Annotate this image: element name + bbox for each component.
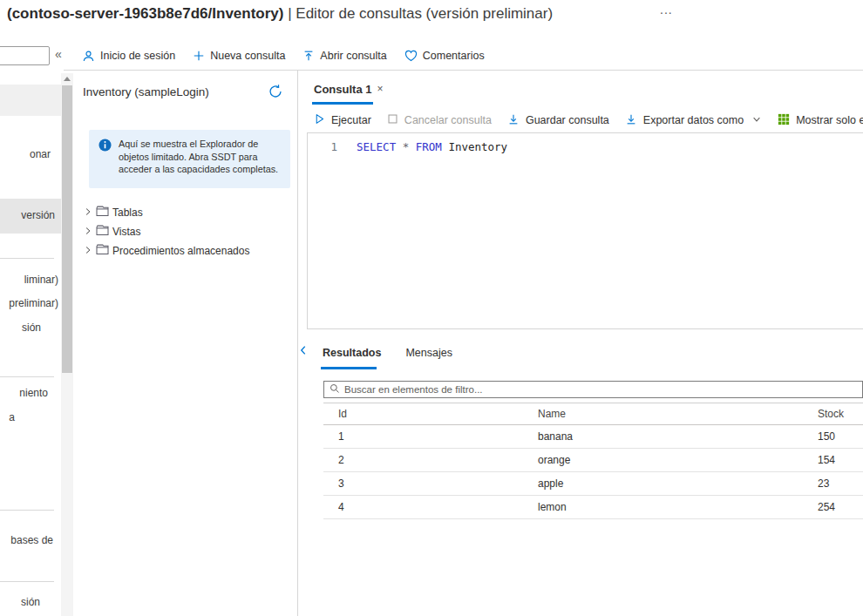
tab-messages[interactable]: Mensajes [405,347,452,359]
page-title-secondary: | Editor de consultas (versión prelimina… [283,5,553,22]
feedback-button[interactable]: Comentarios [399,44,497,68]
search-input[interactable] [0,46,50,65]
editor-only-button[interactable]: Mostrar solo editor [773,110,863,131]
editor-gutter: 1 [308,133,348,328]
info-box: Aquí se muestra el Explorador de objetos… [89,130,290,188]
feedback-label: Comentarios [423,50,485,62]
info-text: Aquí se muestra el Explorador de objetos… [119,138,283,176]
editor-only-label: Mostrar solo editor [796,114,863,126]
query-tab[interactable]: Consulta 1 × [314,78,383,100]
tree-item-label: Procedimientos almacenados [112,245,249,257]
nav-item-selected[interactable]: versión [0,209,61,221]
table-cell: banana [538,430,573,443]
run-label: Ejecutar [331,114,371,126]
nav-item[interactable]: liminar) [0,274,61,286]
open-query-button[interactable]: Abrir consulta [297,44,398,68]
cancel-query-label: Cancelar consulta [404,114,492,126]
tree-item-tables[interactable]: Tablas [84,203,249,222]
chevron-right-icon [84,245,92,257]
info-icon [99,139,112,155]
nav-divider [0,510,54,511]
top-toolbar: « Inicio de sesión Nueva consulta Abrir … [0,42,863,70]
explorer-header: Inventory (sampleLogin) [83,85,209,98]
scrollbar-thumb[interactable] [62,85,72,373]
save-download-icon [507,113,520,128]
table-cell: 154 [818,454,835,466]
sql-token: Inventory [448,140,507,153]
search-icon [330,382,340,397]
nav-scrollbar[interactable] [61,73,73,616]
object-explorer-panel: Inventory (sampleLogin) Aquí se muestra … [73,71,297,616]
sign-in-button[interactable]: Inicio de sesión [77,44,187,68]
page-title: (contoso-server-1963b8e7d6/Inventory) | … [7,5,553,23]
nav-item[interactable]: sión [0,322,61,334]
sql-token: * [403,140,410,153]
nav-item[interactable]: sión [0,596,61,608]
scroll-up-arrow-icon[interactable] [63,75,71,84]
results-tabs: Resultados Mensajes [323,347,452,359]
heart-icon [404,50,418,62]
save-query-button[interactable]: Guardar consulta [503,110,621,131]
table-cell: apple [538,477,563,490]
plus-icon [193,50,205,62]
table-row[interactable]: 1banana150 [323,425,863,449]
column-header-name[interactable]: Name [538,408,566,420]
export-data-label: Exportar datos como [643,114,744,126]
new-query-button[interactable]: Nueva consulta [187,44,297,68]
open-upload-icon [302,50,315,62]
chevron-right-icon [84,226,92,238]
refresh-icon[interactable] [267,83,286,102]
open-query-label: Abrir consulta [320,50,386,62]
line-number: 1 [308,140,337,153]
query-tab-label: Consulta 1 [314,83,371,96]
more-options-icon[interactable]: ... [660,3,673,17]
tree-item-label: Vistas [112,226,140,238]
collapse-results-chevron-icon[interactable] [297,343,309,359]
run-button[interactable]: Ejecutar [309,110,383,131]
left-nav: onar versión liminar) preliminar) sión n… [0,70,61,616]
table-row[interactable]: 3apple23 [323,472,863,496]
folder-icon [96,206,109,220]
tab-results[interactable]: Resultados [323,347,381,359]
table-row[interactable]: 4lemon254 [323,496,863,519]
table-cell: lemon [538,501,567,513]
results-table: Id Name Stock 1banana1502orange1543apple… [323,403,863,519]
collapse-sidebar-icon[interactable]: « [55,47,62,61]
export-download-icon [625,113,637,128]
column-header-stock[interactable]: Stock [818,408,844,420]
close-icon[interactable]: × [377,83,383,95]
folder-icon [96,244,109,258]
person-icon [82,50,95,63]
nav-item[interactable]: preliminar) [0,297,61,309]
stop-square-icon [387,113,398,127]
tree-item-views[interactable]: Vistas [84,222,249,241]
column-header-id[interactable]: Id [338,408,347,420]
tree-item-label: Tablas [112,206,143,219]
results-filter-box[interactable] [323,381,863,398]
play-icon [314,113,325,127]
save-query-label: Guardar consulta [526,114,609,126]
tree-item-stored-procedures[interactable]: Procedimientos almacenados [84,241,249,261]
filter-input[interactable] [344,384,857,395]
table-cell: 254 [818,501,835,513]
sql-code[interactable]: SELECT * FROM Inventory [357,140,507,153]
object-tree: Tablas Vistas Procedimientos almacenados [84,203,249,261]
nav-item[interactable]: niento [0,387,61,399]
results-table-body: 1banana1502orange1543apple234lemon254 [323,425,863,519]
table-cell: 3 [338,477,344,490]
nav-item[interactable]: a [0,411,61,423]
export-data-button[interactable]: Exportar datos como [621,110,773,131]
nav-divider [0,581,54,582]
sql-editor[interactable]: 1 SELECT * FROM Inventory [307,132,863,329]
table-row[interactable]: 2orange154 [323,449,863,472]
nav-item[interactable]: bases de [0,534,61,546]
chevron-down-icon [751,114,762,127]
active-tab-underline [312,102,373,105]
new-query-label: Nueva consulta [210,50,285,62]
nav-highlight-band[interactable] [0,85,61,116]
table-cell: 2 [338,454,344,466]
nav-item[interactable]: onar [0,148,61,160]
command-bar: Inicio de sesión Nueva consulta Abrir co… [77,42,497,70]
nav-divider [0,376,54,377]
grid-icon [778,113,790,128]
